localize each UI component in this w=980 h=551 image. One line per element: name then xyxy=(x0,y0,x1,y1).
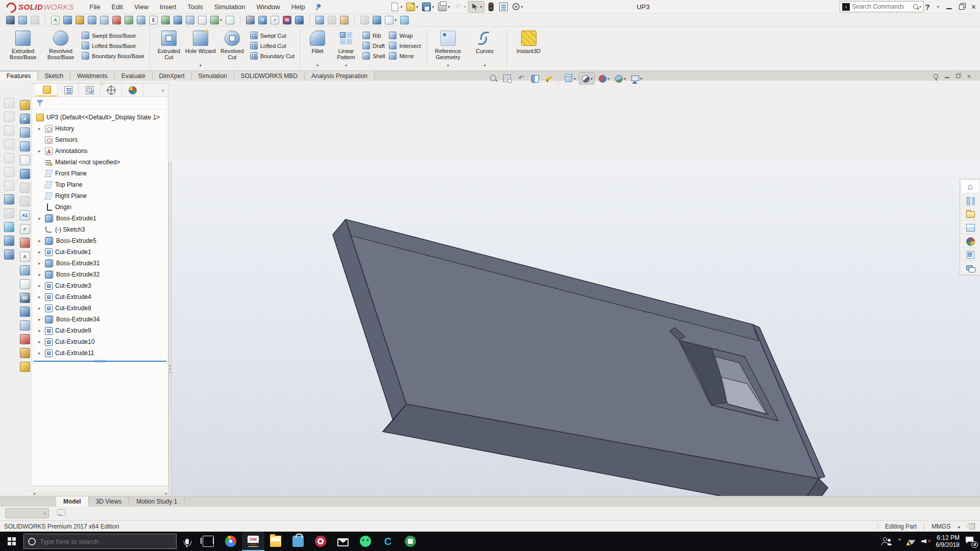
balloon-count[interactable] xyxy=(20,155,30,165)
zoom-note[interactable] xyxy=(20,210,30,220)
search-dropdown-icon[interactable]: ▾ xyxy=(919,5,921,9)
ribbon-tab[interactable]: Evaluate xyxy=(115,71,153,81)
green-app[interactable] xyxy=(399,532,422,551)
doc-close-icon[interactable]: × xyxy=(967,73,971,80)
ribbon-tab[interactable]: Sketch xyxy=(38,71,70,81)
apply-material[interactable]: ▾ xyxy=(258,16,267,24)
expander-icon[interactable] xyxy=(38,306,45,311)
eye-ref[interactable] xyxy=(20,196,30,207)
import-diagnostics[interactable]: ▾ xyxy=(186,16,194,24)
hide-show-components[interactable]: ▾ xyxy=(360,16,369,24)
taskpane-file-explorer-tab[interactable] xyxy=(962,208,979,220)
hole-wizard-button[interactable]: Hole Wizard▾ xyxy=(185,28,216,69)
instant3d-button[interactable]: Instant3D▾ xyxy=(510,28,548,69)
power-trim[interactable] xyxy=(20,100,30,110)
people-icon[interactable] xyxy=(881,537,892,545)
tree-item[interactable]: Boss-Extrude31 xyxy=(32,258,168,269)
close-button[interactable]: × xyxy=(971,3,976,11)
curvature-comb[interactable] xyxy=(20,238,30,248)
edit-3d-view[interactable] xyxy=(4,208,14,218)
display-target[interactable] xyxy=(4,222,14,232)
edge-app[interactable] xyxy=(377,532,399,551)
menu-item[interactable]: Edit xyxy=(106,1,128,13)
appearance-cube[interactable]: ▾ xyxy=(373,16,381,24)
export-word[interactable]: ▾ xyxy=(283,16,291,24)
menu-item[interactable]: View xyxy=(129,1,154,13)
mbd-view-slot-2[interactable] xyxy=(4,112,14,122)
previous-view-button[interactable]: ▾ xyxy=(515,73,527,84)
menu-item[interactable]: Insert xyxy=(154,1,182,13)
ribbon-tab[interactable]: Analysis Preparation xyxy=(305,71,375,81)
save-button[interactable]: ▾ xyxy=(421,2,435,12)
section-view-tool[interactable] xyxy=(20,307,30,317)
lofted-cut-button[interactable]: Lofted Cut xyxy=(250,42,295,49)
text-note[interactable] xyxy=(20,252,30,262)
tree-item[interactable]: Right Plane xyxy=(32,190,168,202)
expander-icon[interactable] xyxy=(38,272,45,277)
help-dropdown-icon[interactable]: ▾ xyxy=(937,5,939,9)
bend-arrow[interactable] xyxy=(20,265,30,276)
mbd-view-slot-4[interactable] xyxy=(4,139,14,149)
tree-item[interactable]: Cut-Extrude1 xyxy=(32,246,168,258)
design-table[interactable]: ▾ xyxy=(226,16,234,24)
displaymanager-tab[interactable] xyxy=(122,84,143,96)
expander-icon[interactable] xyxy=(38,126,45,131)
linear-pattern-button[interactable]: Linear Pattern▾ xyxy=(332,28,360,69)
mbd-view-slot-6[interactable] xyxy=(4,167,14,177)
store-app[interactable] xyxy=(287,532,309,551)
filter-icon[interactable] xyxy=(36,99,43,106)
expander-icon[interactable] xyxy=(38,350,45,356)
section-view-button[interactable]: ▾ xyxy=(529,73,541,84)
boundary-cut-button[interactable]: Boundary Cut xyxy=(250,52,295,60)
mbd-view-slot-3[interactable] xyxy=(4,126,14,136)
tree-item[interactable]: Cut-Extrude3 xyxy=(32,280,168,291)
spray-tool[interactable] xyxy=(20,348,30,358)
volume-muted-icon[interactable] xyxy=(921,538,930,545)
extruded-boss-base-button[interactable]: Extruded Boss/Base▾ xyxy=(4,28,42,69)
minimize-button[interactable] xyxy=(946,5,952,9)
apply-scene-button[interactable]: ▾ xyxy=(612,73,627,84)
check-entity[interactable]: ▾ xyxy=(125,16,133,24)
menu-item[interactable]: Simulation xyxy=(209,1,251,13)
symmetry-check[interactable] xyxy=(20,320,30,331)
menu-item[interactable]: Help xyxy=(286,1,311,13)
task-view-button[interactable] xyxy=(197,532,219,551)
tag-icon[interactable] xyxy=(967,523,975,530)
dimension-camera-2[interactable] xyxy=(20,141,30,152)
expander-icon[interactable] xyxy=(38,216,45,221)
measure[interactable]: ▾ xyxy=(76,16,84,24)
clock[interactable]: 6:12 PM 6/9/2018 xyxy=(936,534,960,548)
draft-button[interactable]: Draft xyxy=(362,42,385,49)
menu-item[interactable]: Window xyxy=(251,1,285,13)
target-ref[interactable] xyxy=(20,183,30,193)
ribbon-tab[interactable]: Simulation xyxy=(192,71,234,81)
doc-restore-icon[interactable] xyxy=(956,74,960,78)
search-commands-input[interactable] xyxy=(850,3,913,10)
mbd-sphere-view[interactable] xyxy=(4,181,14,191)
scroll-right-icon[interactable]: ▸ xyxy=(165,491,167,496)
ribbon-tab[interactable]: DimXpert xyxy=(153,71,192,81)
ribbon-tab[interactable]: Weldments xyxy=(70,71,115,81)
photo-3d[interactable] xyxy=(20,293,30,303)
notification-center-icon[interactable]: 4 xyxy=(965,537,976,546)
configurationmanager-tab[interactable] xyxy=(79,84,101,96)
tree-item[interactable]: History xyxy=(32,123,168,134)
mail-app[interactable] xyxy=(332,532,354,551)
expander-icon[interactable] xyxy=(38,249,45,255)
start-button[interactable] xyxy=(0,532,23,551)
geometry-check[interactable]: ▾ xyxy=(137,16,145,24)
dimxpertmanager-tab[interactable] xyxy=(101,84,122,96)
zoom-to-area-button[interactable]: ▾ xyxy=(501,73,513,84)
view-settings-button[interactable]: ▾ xyxy=(629,73,644,84)
mirror-button[interactable]: Mirror xyxy=(389,52,421,60)
tree-item[interactable]: Boss-Extrude34 xyxy=(32,314,168,325)
rollback-bar[interactable] xyxy=(34,361,166,362)
file-explorer-app[interactable] xyxy=(264,532,287,551)
propertymanager-tab[interactable] xyxy=(58,84,79,96)
zoom-to-fit-button[interactable]: ▾ xyxy=(487,73,500,84)
match-people[interactable] xyxy=(20,169,30,179)
chrome-app[interactable] xyxy=(219,532,242,551)
search-commands-box[interactable]: › ▾ xyxy=(840,1,924,12)
taskbar-search-input[interactable] xyxy=(40,538,172,545)
tree-item[interactable]: Cut-Extrude8 xyxy=(32,303,168,314)
